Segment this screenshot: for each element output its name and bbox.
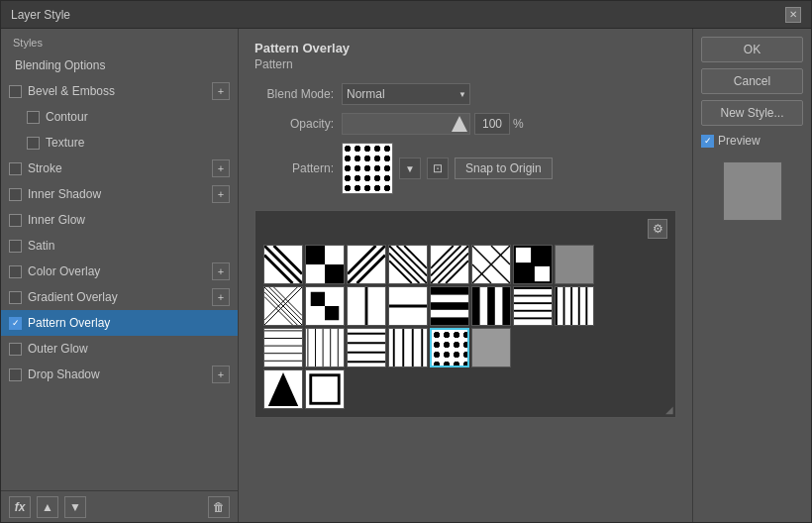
pattern-cell-3[interactable] bbox=[347, 245, 386, 284]
svg-rect-63 bbox=[570, 287, 572, 325]
ok-button[interactable]: OK bbox=[701, 37, 803, 62]
title-bar: Layer Style ✕ bbox=[1, 1, 811, 29]
svg-rect-41 bbox=[325, 306, 339, 320]
delete-button[interactable]: 🗑 bbox=[208, 496, 230, 518]
sidebar-item-drop-shadow[interactable]: Drop Shadow + bbox=[1, 362, 238, 387]
sidebar-item-gradient-overlay[interactable]: Gradient Overlay + bbox=[1, 284, 238, 310]
new-style-button[interactable]: New Style... bbox=[701, 100, 803, 126]
opacity-slider[interactable] bbox=[342, 113, 470, 135]
contour-checkbox[interactable] bbox=[27, 111, 40, 124]
panel-title: Pattern Overlay bbox=[254, 41, 676, 55]
gradient-overlay-label: Gradient Overlay bbox=[28, 290, 210, 304]
sidebar-item-inner-glow[interactable]: Inner Glow bbox=[1, 207, 238, 233]
svg-rect-83 bbox=[389, 329, 427, 366]
pattern-cell-26[interactable] bbox=[305, 369, 345, 409]
preview-checkbox[interactable]: ✓ bbox=[701, 135, 714, 148]
svg-rect-30 bbox=[535, 266, 550, 281]
sidebar-item-texture[interactable]: Texture bbox=[1, 130, 238, 156]
gradient-overlay-add-btn[interactable]: + bbox=[212, 288, 230, 306]
pattern-cell-8[interactable] bbox=[555, 245, 594, 284]
blend-mode-row: Blend Mode: Normal Dissolve Multiply Scr… bbox=[254, 83, 676, 105]
pattern-cell-9[interactable] bbox=[263, 286, 303, 326]
bevel-emboss-label: Bevel & Emboss bbox=[28, 84, 210, 98]
sidebar-item-satin[interactable]: Satin bbox=[1, 233, 238, 259]
pattern-cell-1[interactable] bbox=[263, 245, 303, 284]
pattern-cell-7[interactable] bbox=[513, 245, 553, 284]
inner-shadow-checkbox[interactable] bbox=[9, 188, 22, 201]
pattern-cell-6[interactable] bbox=[471, 245, 511, 284]
fx-button[interactable]: fx bbox=[9, 496, 31, 518]
bevel-emboss-add-btn[interactable]: + bbox=[212, 82, 230, 100]
pattern-cell-5[interactable] bbox=[430, 245, 469, 284]
pattern-cell-17[interactable] bbox=[263, 328, 303, 367]
pattern-cell-2[interactable] bbox=[305, 245, 345, 284]
pattern-cell-18[interactable] bbox=[305, 328, 345, 367]
snap-to-origin-button[interactable]: Snap to Origin bbox=[455, 157, 553, 179]
pattern-cell-19[interactable] bbox=[347, 328, 386, 367]
svg-rect-62 bbox=[563, 287, 565, 325]
gradient-overlay-checkbox[interactable] bbox=[9, 291, 22, 304]
pattern-cell-4[interactable] bbox=[388, 245, 428, 284]
pattern-cell-25[interactable] bbox=[263, 369, 303, 409]
stroke-checkbox[interactable] bbox=[9, 162, 22, 175]
svg-rect-29 bbox=[516, 248, 531, 262]
pattern-cell-11[interactable] bbox=[347, 286, 386, 326]
texture-checkbox[interactable] bbox=[27, 137, 40, 150]
drop-shadow-add-btn[interactable]: + bbox=[212, 366, 230, 383]
sidebar-item-outer-glow[interactable]: Outer Glow bbox=[1, 336, 238, 362]
bevel-emboss-checkbox[interactable] bbox=[9, 85, 22, 98]
pattern-cell-15[interactable] bbox=[513, 286, 553, 326]
svg-rect-47 bbox=[431, 287, 468, 295]
sidebar-item-color-overlay[interactable]: Color Overlay + bbox=[1, 259, 238, 284]
sidebar-item-contour[interactable]: Contour bbox=[1, 104, 238, 130]
pattern-link-btn[interactable]: ⊡ bbox=[427, 157, 449, 179]
stroke-add-btn[interactable]: + bbox=[212, 159, 230, 177]
inner-glow-checkbox[interactable] bbox=[9, 214, 22, 227]
satin-checkbox[interactable] bbox=[9, 240, 22, 253]
color-overlay-checkbox[interactable] bbox=[9, 265, 22, 278]
pattern-cell-22[interactable] bbox=[471, 328, 511, 367]
close-button[interactable]: ✕ bbox=[785, 7, 801, 23]
pattern-cell-21[interactable] bbox=[430, 328, 469, 367]
pattern-cell-12[interactable] bbox=[388, 286, 428, 326]
color-overlay-add-btn[interactable]: + bbox=[212, 262, 230, 280]
sidebar-item-blending-options[interactable]: Blending Options bbox=[1, 52, 238, 78]
pattern-overlay-checkbox[interactable]: ✓ bbox=[9, 317, 22, 330]
resize-icon: ◢ bbox=[665, 404, 673, 415]
move-down-button[interactable]: ▼ bbox=[64, 496, 86, 518]
sidebar-item-bevel-emboss[interactable]: Bevel & Emboss + bbox=[1, 78, 238, 104]
picker-gear-button[interactable]: ⚙ bbox=[648, 219, 667, 239]
pattern-cell-16[interactable] bbox=[555, 286, 594, 326]
drop-shadow-label: Drop Shadow bbox=[28, 367, 210, 381]
svg-rect-64 bbox=[578, 287, 580, 325]
center-panel: Pattern Overlay Pattern Blend Mode: Norm… bbox=[239, 29, 692, 522]
pattern-cell-13[interactable] bbox=[430, 286, 469, 326]
pattern-cell-14[interactable] bbox=[471, 286, 511, 326]
svg-rect-65 bbox=[585, 287, 587, 325]
svg-rect-59 bbox=[514, 317, 552, 319]
blend-mode-select[interactable]: Normal Dissolve Multiply Screen Overlay bbox=[342, 83, 470, 105]
inner-shadow-add-btn[interactable]: + bbox=[212, 185, 230, 203]
panel-subtitle: Pattern bbox=[254, 57, 676, 71]
sidebar-item-stroke[interactable]: Stroke + bbox=[1, 156, 238, 181]
pattern-dropdown-btn[interactable]: ▼ bbox=[399, 157, 421, 179]
pattern-cell-20[interactable] bbox=[388, 328, 428, 367]
preview-swatch bbox=[723, 161, 782, 221]
svg-rect-58 bbox=[514, 310, 552, 312]
cancel-button[interactable]: Cancel bbox=[701, 68, 803, 94]
color-overlay-label: Color Overlay bbox=[28, 264, 210, 278]
opacity-triangle-icon bbox=[452, 116, 467, 132]
pattern-cell-10[interactable] bbox=[305, 286, 345, 326]
sidebar-item-pattern-overlay[interactable]: ✓ Pattern Overlay bbox=[1, 310, 238, 336]
outer-glow-checkbox[interactable] bbox=[9, 343, 22, 356]
svg-rect-56 bbox=[514, 295, 552, 297]
pattern-row: Pattern: ▼ ⊡ Snap to Origin bbox=[254, 143, 676, 194]
sidebar-item-inner-shadow[interactable]: Inner Shadow + bbox=[1, 181, 238, 207]
right-panel: OK Cancel New Style... ✓ Preview bbox=[692, 29, 811, 522]
drop-shadow-checkbox[interactable] bbox=[9, 368, 22, 381]
pattern-overlay-label: Pattern Overlay bbox=[28, 316, 230, 330]
opacity-value[interactable]: 100 bbox=[474, 113, 510, 135]
svg-rect-88 bbox=[472, 329, 510, 366]
move-up-button[interactable]: ▲ bbox=[37, 496, 58, 518]
preview-label: Preview bbox=[718, 134, 761, 148]
